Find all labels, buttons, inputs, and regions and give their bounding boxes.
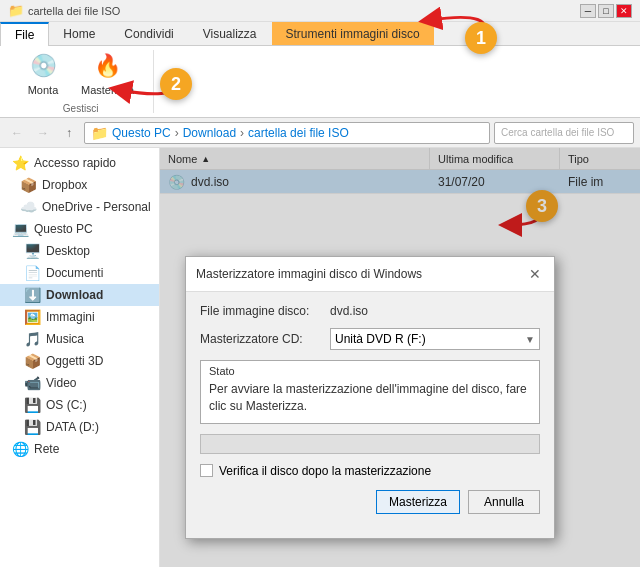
sidebar-item-musica[interactable]: 🎵 Musica xyxy=(0,328,159,350)
monta-icon: 💿 xyxy=(27,50,59,82)
modal-stato-section: Stato Per avviare la masterizzazione del… xyxy=(200,360,540,424)
breadcrumb-item-1[interactable]: Download xyxy=(183,126,236,140)
sidebar: ⭐ Accesso rapido 📦 Dropbox ☁️ OneDrive -… xyxy=(0,148,160,567)
immagini-icon: 🖼️ xyxy=(24,309,40,325)
sidebar-item-osc[interactable]: 💾 OS (C:) xyxy=(0,394,159,416)
checkbox-label: Verifica il disco dopo la masterizzazion… xyxy=(219,464,431,478)
video-icon: 📹 xyxy=(24,375,40,391)
musica-icon: 🎵 xyxy=(24,331,40,347)
modal-title-bar: Masterizzatore immagini disco di Windows… xyxy=(186,257,554,292)
sidebar-item-oggetti3d[interactable]: 📦 Oggetti 3D xyxy=(0,350,159,372)
btn-annulla-modal[interactable]: Annulla xyxy=(468,490,540,514)
breadcrumb[interactable]: 📁 Questo PC › Download › cartella dei fi… xyxy=(84,122,490,144)
modal-stato-body: Per avviare la masterizzazione dell'imma… xyxy=(201,377,539,423)
ribbon-group-label: Gestisci xyxy=(63,103,99,116)
osc-icon: 💾 xyxy=(24,397,40,413)
modal-row-burner: Masterizzatore CD: Unità DVD R (F:) ▼ xyxy=(200,328,540,350)
sidebar-item-datad[interactable]: 💾 DATA (D:) xyxy=(0,416,159,438)
sidebar-item-download[interactable]: ⬇️ Download xyxy=(0,284,159,306)
cloud-icon: ☁️ xyxy=(20,199,36,215)
sidebar-item-immagini[interactable]: 🖼️ Immagini xyxy=(0,306,159,328)
masterizza-icon: 🔥 xyxy=(92,50,124,82)
btn-monta[interactable]: 💿 Monta xyxy=(20,47,66,99)
main-area: ⭐ Accesso rapido 📦 Dropbox ☁️ OneDrive -… xyxy=(0,148,640,567)
ribbon-group-gestisci: 💿 Monta 🔥 Masterizza Gestisci xyxy=(8,50,154,113)
sidebar-item-accesso-rapido[interactable]: ⭐ Accesso rapido xyxy=(0,152,159,174)
modal-stato-title: Stato xyxy=(201,361,539,377)
btn-masterizza[interactable]: 🔥 Masterizza xyxy=(74,47,141,99)
modal-row-image: File immagine disco: dvd.iso xyxy=(200,304,540,318)
maximize-button[interactable]: □ xyxy=(598,4,614,18)
oggetti3d-icon: 📦 xyxy=(24,353,40,369)
close-button[interactable]: ✕ xyxy=(616,4,632,18)
label-image: File immagine disco: xyxy=(200,304,330,318)
nav-forward[interactable]: → xyxy=(32,122,54,144)
btn-masterizza-modal[interactable]: Masterizza xyxy=(376,490,460,514)
modal-close-button[interactable]: ✕ xyxy=(526,265,544,283)
desktop-icon: 🖥️ xyxy=(24,243,40,259)
sidebar-item-documenti[interactable]: 📄 Documenti xyxy=(0,262,159,284)
modal-progress-bar xyxy=(200,434,540,454)
dropbox-icon: 📦 xyxy=(20,177,36,193)
ribbon-tab-bar: File Home Condividi Visualizza Strumenti… xyxy=(0,22,640,46)
search-placeholder: Cerca cartella dei file ISO xyxy=(501,127,614,138)
modal-overlay: Masterizzatore immagini disco di Windows… xyxy=(160,148,640,567)
sidebar-item-dropbox[interactable]: 📦 Dropbox xyxy=(0,174,159,196)
chevron-down-icon: ▼ xyxy=(525,334,535,345)
tab-file[interactable]: File xyxy=(0,22,49,46)
tab-home[interactable]: Home xyxy=(49,22,110,45)
modal-title: Masterizzatore immagini disco di Windows xyxy=(196,267,422,281)
docs-icon: 📄 xyxy=(24,265,40,281)
verify-checkbox[interactable] xyxy=(200,464,213,477)
modal-checkbox-row: Verifica il disco dopo la masterizzazion… xyxy=(200,464,540,478)
sidebar-item-questo-pc[interactable]: 💻 Questo PC xyxy=(0,218,159,240)
datad-icon: 💾 xyxy=(24,419,40,435)
btn-monta-label: Monta xyxy=(28,84,59,96)
label-burner: Masterizzatore CD: xyxy=(200,332,330,346)
burner-select[interactable]: Unità DVD R (F:) ▼ xyxy=(330,328,540,350)
modal-footer: Masterizza Annulla xyxy=(200,490,540,526)
download-icon: ⬇️ xyxy=(24,287,40,303)
tab-visualizza[interactable]: Visualizza xyxy=(189,22,272,45)
breadcrumb-item-2[interactable]: cartella dei file ISO xyxy=(248,126,349,140)
pc-icon: 💻 xyxy=(12,221,28,237)
value-image: dvd.iso xyxy=(330,304,540,318)
rete-icon: 🌐 xyxy=(12,441,28,457)
title-bar: 📁 cartella dei file ISO ─ □ ✕ xyxy=(0,0,640,22)
search-input[interactable]: Cerca cartella dei file ISO xyxy=(494,122,634,144)
minimize-button[interactable]: ─ xyxy=(580,4,596,18)
breadcrumb-item-0[interactable]: Questo PC xyxy=(112,126,171,140)
sidebar-item-video[interactable]: 📹 Video xyxy=(0,372,159,394)
sidebar-item-rete[interactable]: 🌐 Rete xyxy=(0,438,159,460)
modal-dialog: Masterizzatore immagini disco di Windows… xyxy=(185,256,555,539)
file-area: Nome ▲ Ultima modifica Tipo 💿 dvd.iso 31… xyxy=(160,148,640,567)
sidebar-item-onedrive[interactable]: ☁️ OneDrive - Personal xyxy=(0,196,159,218)
star-icon: ⭐ xyxy=(12,155,28,171)
sidebar-item-desktop[interactable]: 🖥️ Desktop xyxy=(0,240,159,262)
tab-condividi[interactable]: Condividi xyxy=(110,22,188,45)
btn-masterizza-label: Masterizza xyxy=(81,84,134,96)
ribbon-content: 💿 Monta 🔥 Masterizza Gestisci xyxy=(0,46,640,118)
modal-body: File immagine disco: dvd.iso Masterizzat… xyxy=(186,292,554,538)
nav-bar: ← → ↑ 📁 Questo PC › Download › cartella … xyxy=(0,118,640,148)
window-title: cartella dei file ISO xyxy=(28,5,120,17)
tab-strumenti[interactable]: Strumenti immagini disco xyxy=(272,22,434,45)
nav-back[interactable]: ← xyxy=(6,122,28,144)
nav-up[interactable]: ↑ xyxy=(58,122,80,144)
